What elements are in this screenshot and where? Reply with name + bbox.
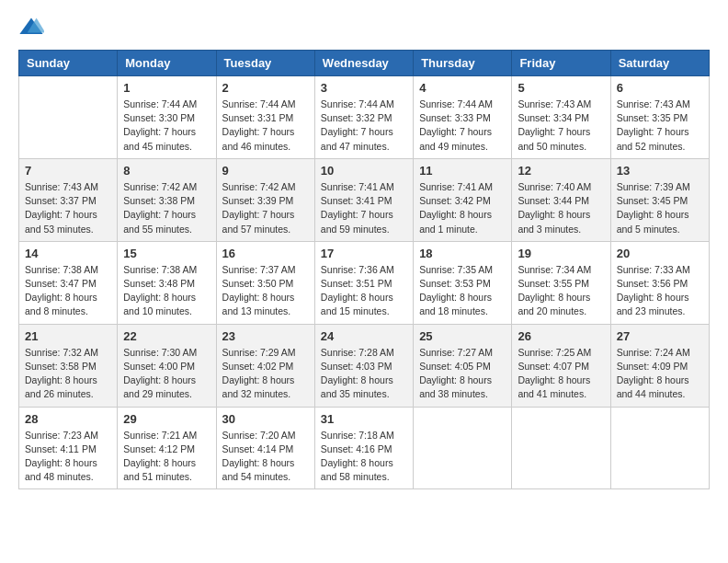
calendar-cell: 17Sunrise: 7:36 AMSunset: 3:51 PMDayligh… <box>314 241 413 324</box>
cell-info: Sunrise: 7:40 AMSunset: 3:44 PMDaylight:… <box>518 180 604 236</box>
calendar-cell: 1Sunrise: 7:44 AMSunset: 3:30 PMDaylight… <box>118 76 216 159</box>
cell-info: Sunrise: 7:42 AMSunset: 3:38 PMDaylight:… <box>123 180 210 236</box>
day-header-tuesday: Tuesday <box>216 51 314 76</box>
cell-info: Sunrise: 7:44 AMSunset: 3:32 PMDaylight:… <box>321 98 407 154</box>
week-row-1: 1Sunrise: 7:44 AMSunset: 3:30 PMDaylight… <box>19 76 710 159</box>
logo-icon <box>18 15 44 40</box>
cell-info: Sunrise: 7:32 AMSunset: 3:58 PMDaylight:… <box>25 346 111 402</box>
cell-info: Sunrise: 7:28 AMSunset: 4:03 PMDaylight:… <box>321 346 407 402</box>
day-number: 14 <box>25 247 111 260</box>
cell-info: Sunrise: 7:29 AMSunset: 4:02 PMDaylight:… <box>222 346 309 402</box>
page-header <box>18 15 710 40</box>
day-number: 19 <box>518 247 604 260</box>
week-row-4: 21Sunrise: 7:32 AMSunset: 3:58 PMDayligh… <box>19 324 710 407</box>
cell-info: Sunrise: 7:43 AMSunset: 3:37 PMDaylight:… <box>25 180 111 236</box>
day-number: 5 <box>518 81 604 95</box>
day-number: 9 <box>222 164 309 178</box>
cell-info: Sunrise: 7:35 AMSunset: 3:53 PMDaylight:… <box>419 263 506 319</box>
calendar-header-row: SundayMondayTuesdayWednesdayThursdayFrid… <box>19 51 710 76</box>
calendar-cell: 4Sunrise: 7:44 AMSunset: 3:33 PMDaylight… <box>414 76 512 159</box>
week-row-5: 28Sunrise: 7:23 AMSunset: 4:11 PMDayligh… <box>19 407 710 489</box>
calendar-cell: 7Sunrise: 7:43 AMSunset: 3:37 PMDaylight… <box>19 158 118 241</box>
day-number: 17 <box>321 247 407 260</box>
day-number: 8 <box>123 164 210 178</box>
calendar-cell: 23Sunrise: 7:29 AMSunset: 4:02 PMDayligh… <box>216 324 314 407</box>
day-header-sunday: Sunday <box>19 51 118 76</box>
day-number: 18 <box>419 247 506 260</box>
day-number: 26 <box>518 329 604 343</box>
calendar-cell: 24Sunrise: 7:28 AMSunset: 4:03 PMDayligh… <box>314 324 413 407</box>
calendar-cell <box>19 76 118 159</box>
calendar-cell: 6Sunrise: 7:43 AMSunset: 3:35 PMDaylight… <box>610 76 709 159</box>
calendar-cell: 25Sunrise: 7:27 AMSunset: 4:05 PMDayligh… <box>414 324 512 407</box>
day-number: 30 <box>222 412 309 426</box>
cell-info: Sunrise: 7:27 AMSunset: 4:05 PMDaylight:… <box>419 346 506 402</box>
cell-info: Sunrise: 7:34 AMSunset: 3:55 PMDaylight:… <box>518 263 604 319</box>
day-number: 20 <box>617 247 703 260</box>
calendar-cell: 8Sunrise: 7:42 AMSunset: 3:38 PMDaylight… <box>118 158 216 241</box>
day-number: 13 <box>617 164 703 178</box>
calendar-cell: 2Sunrise: 7:44 AMSunset: 3:31 PMDaylight… <box>216 76 314 159</box>
cell-info: Sunrise: 7:23 AMSunset: 4:11 PMDaylight:… <box>25 429 111 485</box>
calendar-cell: 5Sunrise: 7:43 AMSunset: 3:34 PMDaylight… <box>512 76 610 159</box>
calendar-cell <box>414 407 512 489</box>
day-number: 6 <box>617 81 703 95</box>
cell-info: Sunrise: 7:30 AMSunset: 4:00 PMDaylight:… <box>123 346 210 402</box>
logo <box>18 15 48 40</box>
calendar-cell: 11Sunrise: 7:41 AMSunset: 3:42 PMDayligh… <box>414 158 512 241</box>
calendar-cell <box>512 407 610 489</box>
cell-info: Sunrise: 7:43 AMSunset: 3:34 PMDaylight:… <box>518 98 604 154</box>
calendar-cell: 12Sunrise: 7:40 AMSunset: 3:44 PMDayligh… <box>512 158 610 241</box>
cell-info: Sunrise: 7:38 AMSunset: 3:47 PMDaylight:… <box>25 263 111 319</box>
day-header-wednesday: Wednesday <box>314 51 413 76</box>
calendar-table: SundayMondayTuesdayWednesdayThursdayFrid… <box>18 50 710 489</box>
day-header-monday: Monday <box>118 51 216 76</box>
day-number: 27 <box>617 329 703 343</box>
cell-info: Sunrise: 7:20 AMSunset: 4:14 PMDaylight:… <box>222 429 309 485</box>
day-number: 12 <box>518 164 604 178</box>
day-number: 3 <box>321 81 407 95</box>
day-number: 22 <box>123 329 210 343</box>
day-number: 23 <box>222 329 309 343</box>
cell-info: Sunrise: 7:33 AMSunset: 3:56 PMDaylight:… <box>617 263 703 319</box>
day-number: 7 <box>25 164 111 178</box>
calendar-cell: 21Sunrise: 7:32 AMSunset: 3:58 PMDayligh… <box>19 324 118 407</box>
calendar-cell: 30Sunrise: 7:20 AMSunset: 4:14 PMDayligh… <box>216 407 314 489</box>
day-header-thursday: Thursday <box>414 51 512 76</box>
calendar-cell: 3Sunrise: 7:44 AMSunset: 3:32 PMDaylight… <box>314 76 413 159</box>
cell-info: Sunrise: 7:18 AMSunset: 4:16 PMDaylight:… <box>321 429 407 485</box>
day-number: 21 <box>25 329 111 343</box>
cell-info: Sunrise: 7:36 AMSunset: 3:51 PMDaylight:… <box>321 263 407 319</box>
cell-info: Sunrise: 7:21 AMSunset: 4:12 PMDaylight:… <box>123 429 210 485</box>
calendar-cell: 27Sunrise: 7:24 AMSunset: 4:09 PMDayligh… <box>610 324 709 407</box>
calendar-cell: 14Sunrise: 7:38 AMSunset: 3:47 PMDayligh… <box>19 241 118 324</box>
calendar-cell: 28Sunrise: 7:23 AMSunset: 4:11 PMDayligh… <box>19 407 118 489</box>
calendar-cell: 15Sunrise: 7:38 AMSunset: 3:48 PMDayligh… <box>118 241 216 324</box>
day-number: 2 <box>222 81 309 95</box>
day-number: 31 <box>321 412 407 426</box>
calendar-cell: 13Sunrise: 7:39 AMSunset: 3:45 PMDayligh… <box>610 158 709 241</box>
calendar-cell: 29Sunrise: 7:21 AMSunset: 4:12 PMDayligh… <box>118 407 216 489</box>
day-number: 15 <box>123 247 210 260</box>
day-header-saturday: Saturday <box>610 51 709 76</box>
day-number: 25 <box>419 329 506 343</box>
day-number: 16 <box>222 247 309 260</box>
calendar-cell: 16Sunrise: 7:37 AMSunset: 3:50 PMDayligh… <box>216 241 314 324</box>
calendar-cell: 18Sunrise: 7:35 AMSunset: 3:53 PMDayligh… <box>414 241 512 324</box>
calendar-cell: 31Sunrise: 7:18 AMSunset: 4:16 PMDayligh… <box>314 407 413 489</box>
cell-info: Sunrise: 7:25 AMSunset: 4:07 PMDaylight:… <box>518 346 604 402</box>
day-number: 24 <box>321 329 407 343</box>
calendar-cell <box>610 407 709 489</box>
calendar-cell: 20Sunrise: 7:33 AMSunset: 3:56 PMDayligh… <box>610 241 709 324</box>
cell-info: Sunrise: 7:24 AMSunset: 4:09 PMDaylight:… <box>617 346 703 402</box>
calendar-cell: 26Sunrise: 7:25 AMSunset: 4:07 PMDayligh… <box>512 324 610 407</box>
calendar-cell: 19Sunrise: 7:34 AMSunset: 3:55 PMDayligh… <box>512 241 610 324</box>
calendar-cell: 22Sunrise: 7:30 AMSunset: 4:00 PMDayligh… <box>118 324 216 407</box>
cell-info: Sunrise: 7:41 AMSunset: 3:42 PMDaylight:… <box>419 180 506 236</box>
calendar-cell: 9Sunrise: 7:42 AMSunset: 3:39 PMDaylight… <box>216 158 314 241</box>
week-row-3: 14Sunrise: 7:38 AMSunset: 3:47 PMDayligh… <box>19 241 710 324</box>
cell-info: Sunrise: 7:37 AMSunset: 3:50 PMDaylight:… <box>222 263 309 319</box>
day-number: 11 <box>419 164 506 178</box>
cell-info: Sunrise: 7:44 AMSunset: 3:30 PMDaylight:… <box>123 98 210 154</box>
cell-info: Sunrise: 7:43 AMSunset: 3:35 PMDaylight:… <box>617 98 703 154</box>
